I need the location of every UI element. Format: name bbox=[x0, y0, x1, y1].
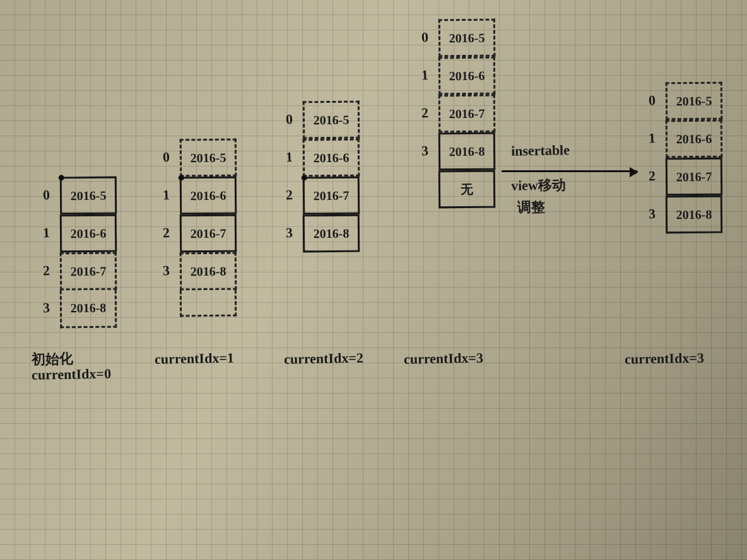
cell: 3 2016-8 bbox=[438, 132, 496, 171]
cell: 0 2016-5 bbox=[666, 82, 723, 120]
state-col-0: 0 2016-5 1 2016-6 2 2016-7 3 2016-8 bbox=[60, 177, 117, 328]
cell-label: 2016-7 bbox=[449, 106, 485, 120]
current-dot bbox=[302, 175, 307, 180]
cell: 0 2016-5 bbox=[303, 101, 360, 139]
row-index: 0 bbox=[421, 29, 428, 45]
row-index: 1 bbox=[42, 225, 50, 241]
diagram-stage: 0 2016-5 1 2016-6 2 2016-7 3 2016-8 初始化 … bbox=[0, 0, 747, 560]
row-index: 3 bbox=[285, 225, 293, 241]
row-index: 1 bbox=[162, 187, 170, 203]
cell: 1 2016-6 bbox=[60, 214, 117, 253]
annotation-line2: view移动 bbox=[511, 176, 566, 194]
cell: 3 2016-8 bbox=[666, 195, 723, 234]
caption-idx: currentIdx=1 bbox=[155, 349, 293, 367]
cell: 3 2016-8 bbox=[180, 252, 237, 291]
cell: 1 2016-6 bbox=[303, 139, 360, 177]
cell-label: 2016-8 bbox=[676, 207, 712, 221]
cell: 0 2016-5 bbox=[180, 139, 237, 177]
state-caption-2: currentIdx=2 bbox=[284, 349, 423, 367]
cell-label: 2016-6 bbox=[71, 226, 107, 240]
row-index: 1 bbox=[648, 130, 656, 146]
cell-label: 2016-8 bbox=[71, 301, 107, 315]
row-index: 3 bbox=[648, 206, 656, 222]
caption-idx: currentIdx=2 bbox=[284, 349, 423, 367]
cell: 1 2016-6 bbox=[666, 120, 723, 158]
annotation-line3: 调整 bbox=[517, 199, 545, 216]
state-col-1: 0 2016-5 1 2016-6 2 2016-7 3 2016-8 bbox=[180, 139, 237, 317]
cell-label: 2016-7 bbox=[71, 264, 107, 278]
cell: 1 2016-6 bbox=[180, 177, 237, 215]
cell: 3 2016-8 bbox=[60, 290, 117, 329]
cell: 2 2016-7 bbox=[666, 158, 723, 196]
cell-label: 2016-6 bbox=[449, 68, 485, 83]
state-caption-3: currentIdx=3 bbox=[404, 349, 543, 367]
row-index: 0 bbox=[285, 111, 293, 127]
cell-label: 无 bbox=[461, 180, 473, 197]
state-col-2: 0 2016-5 1 2016-6 2 2016-7 3 2016-8 bbox=[303, 101, 360, 252]
annotation-line1: insertable bbox=[511, 141, 570, 160]
cell-label: 2016-7 bbox=[191, 226, 226, 240]
cell-label: 2016-6 bbox=[314, 150, 350, 165]
cell: 2 2016-7 bbox=[60, 252, 117, 291]
row-index: 1 bbox=[421, 67, 428, 83]
cell: 0 2016-5 bbox=[438, 19, 496, 57]
cell-label: 2016-8 bbox=[449, 144, 485, 158]
row-index: 2 bbox=[421, 105, 428, 121]
row-index: 2 bbox=[648, 168, 656, 184]
cell-label: 2016-7 bbox=[314, 188, 350, 202]
caption-idx: currentIdx=3 bbox=[625, 349, 747, 367]
caption-idx: currentIdx=0 bbox=[32, 365, 170, 383]
row-index: 2 bbox=[285, 187, 293, 203]
current-dot bbox=[59, 175, 64, 180]
row-index: 3 bbox=[421, 143, 428, 159]
cell-empty bbox=[180, 290, 237, 317]
state-caption-1: currentIdx=1 bbox=[155, 349, 293, 367]
row-index: 3 bbox=[42, 300, 50, 316]
cell-label: 2016-6 bbox=[676, 131, 712, 146]
cell: 3 2016-8 bbox=[303, 214, 360, 253]
row-index: 0 bbox=[42, 187, 50, 203]
row-index: 2 bbox=[162, 225, 170, 241]
current-dot bbox=[179, 175, 184, 180]
cell: 2 2016-7 bbox=[180, 214, 237, 253]
caption-pre: 初始化 bbox=[32, 349, 170, 367]
row-index: 0 bbox=[162, 149, 170, 165]
caption-idx: currentIdx=3 bbox=[404, 349, 543, 367]
cell-label: 2016-5 bbox=[191, 150, 226, 165]
row-index: 0 bbox=[648, 92, 656, 108]
cell-label: 2016-5 bbox=[314, 112, 350, 127]
cell-label: 2016-5 bbox=[449, 30, 485, 45]
cell-label: 2016-6 bbox=[191, 188, 226, 202]
cell: 2 2016-7 bbox=[438, 95, 496, 133]
row-index: 2 bbox=[42, 262, 50, 279]
cell: 2 2016-7 bbox=[303, 177, 360, 215]
cell-label: 2016-5 bbox=[71, 188, 107, 202]
cell-label: 2016-8 bbox=[191, 264, 226, 278]
row-index: 3 bbox=[162, 262, 170, 279]
state-caption-4: currentIdx=3 bbox=[625, 349, 747, 367]
state-caption-0: 初始化 currentIdx=0 bbox=[32, 349, 171, 383]
transition-arrow bbox=[502, 170, 637, 172]
row-index: 1 bbox=[285, 149, 293, 165]
state-col-4: 0 2016-5 1 2016-6 2 2016-7 3 2016-8 bbox=[666, 82, 722, 233]
cell: 0 2016-5 bbox=[60, 177, 117, 215]
cell-label: 2016-8 bbox=[314, 226, 350, 240]
cell: 1 2016-6 bbox=[438, 57, 496, 95]
state-col-3: 0 2016-5 1 2016-6 2 2016-7 3 2016-8 无 bbox=[438, 19, 495, 208]
cell: 无 bbox=[438, 170, 496, 209]
cell-label: 2016-5 bbox=[676, 93, 712, 108]
cell-label: 2016-7 bbox=[676, 169, 712, 184]
